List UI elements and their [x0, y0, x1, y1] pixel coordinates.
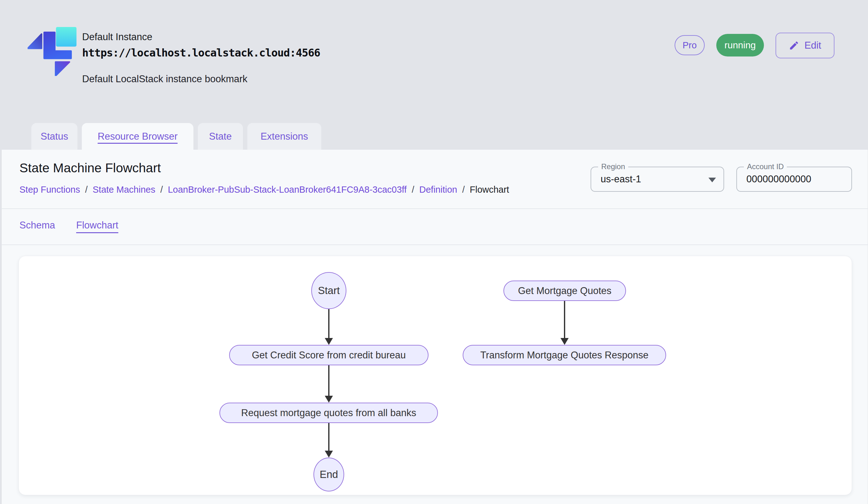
divider [1, 208, 868, 209]
flowchart-node-end: End [313, 457, 344, 492]
flowchart-edge-request-to-end [328, 423, 329, 451]
flowchart-edge-quotes-to-transform [564, 301, 565, 339]
pencil-icon [789, 40, 799, 51]
flowchart-node-start: Start [311, 272, 347, 309]
account-id-input[interactable] [737, 167, 851, 191]
tab-resource-browser[interactable]: Resource Browser [82, 123, 194, 150]
flowchart-edge-start-to-credit [328, 309, 329, 339]
account-id-field: Account ID [736, 167, 852, 192]
breadcrumb-separator: / [412, 184, 414, 195]
localstack-app-window: Default Instance https://localhost.local… [0, 0, 868, 504]
region-select[interactable]: Region us-east-1 [591, 167, 724, 192]
subtab-flowchart[interactable]: Flowchart [76, 220, 118, 231]
subtab-schema[interactable]: Schema [19, 220, 55, 231]
flowchart-node-get-credit-score: Get Credit Score from credit bureau [229, 345, 428, 365]
flowchart-node-transform-response: Transform Mortgage Quotes Response [463, 345, 666, 365]
instance-url: https://localhost.localstack.cloud:4566 [82, 47, 320, 59]
breadcrumb-definition[interactable]: Definition [420, 184, 457, 195]
arrowhead-icon [325, 451, 333, 457]
tab-state[interactable]: State [198, 123, 243, 150]
edit-button-label: Edit [804, 40, 821, 51]
breadcrumb: Step Functions / State Machines / LoanBr… [19, 184, 509, 195]
instance-info: Default Instance https://localhost.local… [82, 31, 320, 85]
arrowhead-icon [325, 396, 333, 403]
flowchart-node-request-quotes: Request mortgage quotes from all banks [219, 403, 438, 423]
breadcrumb-separator: / [85, 184, 87, 195]
flowchart-edge-credit-to-request [328, 365, 329, 396]
page-title: State Machine Flowchart [19, 161, 161, 175]
instance-description: Default LocalStack instance bookmark [82, 73, 320, 85]
status-badge: running [716, 34, 764, 57]
instance-title: Default Instance [82, 31, 320, 43]
chevron-down-icon [709, 178, 716, 182]
localstack-logo [28, 27, 76, 76]
arrowhead-icon [325, 338, 333, 345]
flowchart-node-get-mortgage-quotes: Get Mortgage Quotes [504, 281, 626, 301]
breadcrumb-state-machine-name[interactable]: LoanBroker-PubSub-Stack-LoanBroker641FC9… [168, 184, 406, 195]
breadcrumb-separator: / [462, 184, 465, 195]
tab-extensions[interactable]: Extensions [247, 123, 321, 150]
breadcrumb-step-functions[interactable]: Step Functions [19, 184, 80, 195]
breadcrumb-state-machines[interactable]: State Machines [93, 184, 155, 195]
tab-status[interactable]: Status [31, 123, 78, 150]
breadcrumb-separator: / [160, 184, 163, 195]
region-select-value: us-east-1 [601, 167, 641, 191]
pro-badge: Pro [674, 35, 705, 55]
divider [1, 244, 868, 245]
breadcrumb-flowchart: Flowchart [469, 184, 509, 195]
flowchart-canvas: Start Get Mortgage Quotes Get Credit Sco… [19, 256, 852, 495]
edit-button[interactable]: Edit [776, 33, 835, 58]
arrowhead-icon [560, 338, 569, 345]
